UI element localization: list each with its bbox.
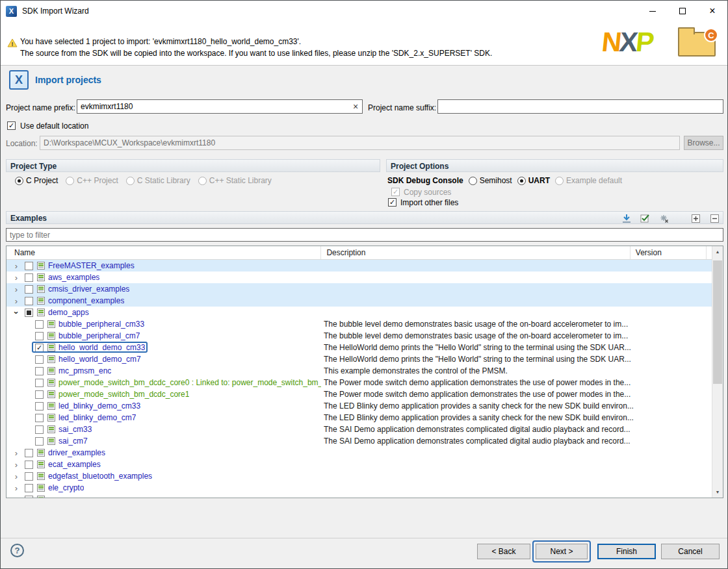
radio-disabled-icon bbox=[555, 177, 564, 185]
row-checkbox[interactable]: ✓ bbox=[35, 344, 44, 352]
row-checkbox[interactable] bbox=[25, 496, 33, 498]
row-checkbox[interactable] bbox=[35, 425, 44, 434]
maximize-button[interactable] bbox=[668, 1, 697, 21]
row-checkbox[interactable] bbox=[25, 309, 33, 317]
filter-input[interactable] bbox=[6, 228, 723, 242]
next-button[interactable]: Next > bbox=[536, 544, 588, 559]
minimize-button[interactable] bbox=[638, 1, 668, 21]
tree-row-FreeMASTER_examples[interactable]: ›FreeMASTER_examples bbox=[6, 260, 712, 272]
tree-row-led_blinky_demo_cm33[interactable]: led_blinky_demo_cm33The LED Blinky demo … bbox=[6, 400, 712, 412]
example-description: The LED Blinky demo application provides… bbox=[324, 413, 709, 422]
prefix-input[interactable] bbox=[77, 99, 363, 114]
row-checkbox[interactable] bbox=[25, 273, 33, 282]
deselect-all-icon[interactable] bbox=[658, 213, 670, 223]
column-header-description[interactable]: Description bbox=[321, 246, 630, 259]
location-label: Location: bbox=[6, 139, 38, 148]
chevron-right-icon[interactable]: › bbox=[12, 461, 21, 469]
example-name: driver_examples bbox=[48, 448, 105, 457]
examples-toolbar bbox=[621, 213, 720, 223]
row-checkbox[interactable] bbox=[35, 402, 44, 411]
row-checkbox[interactable] bbox=[35, 414, 44, 422]
chevron-right-icon[interactable]: › bbox=[12, 285, 21, 294]
example-stack-icon bbox=[47, 379, 55, 386]
example-stack-icon bbox=[37, 285, 45, 293]
tree-row-ele_crypto[interactable]: ›ele_crypto bbox=[6, 482, 712, 494]
tree-row-cmsis_driver_examples[interactable]: ›cmsis_driver_examples bbox=[6, 283, 712, 295]
row-checkbox[interactable] bbox=[35, 379, 44, 387]
row-checkbox[interactable] bbox=[25, 472, 33, 481]
radio-icon bbox=[469, 177, 477, 185]
expand-all-icon[interactable] bbox=[690, 213, 701, 223]
row-checkbox[interactable] bbox=[35, 390, 44, 399]
row-checkbox[interactable] bbox=[35, 367, 44, 375]
close-button[interactable]: × bbox=[697, 1, 727, 21]
chevron-right-icon[interactable]: › bbox=[12, 297, 21, 305]
row-checkbox[interactable] bbox=[25, 297, 33, 305]
radio-semihost[interactable]: Semihost bbox=[469, 176, 512, 185]
tree-row[interactable]: › bbox=[6, 494, 712, 498]
tree-row-aws_examples[interactable]: ›aws_examples bbox=[6, 272, 712, 283]
chevron-right-icon[interactable]: › bbox=[12, 262, 21, 270]
tree-row-bubble_peripheral_cm33[interactable]: bubble_peripheral_cm33The bubble level d… bbox=[6, 318, 712, 330]
use-default-location-checkbox[interactable] bbox=[7, 121, 16, 130]
column-header-version[interactable]: Version bbox=[630, 246, 707, 259]
row-checkbox[interactable] bbox=[35, 437, 44, 446]
scroll-down-icon[interactable]: ▼ bbox=[712, 487, 723, 498]
wizard-header: ! You have selected 1 project to import:… bbox=[1, 21, 727, 66]
row-checkbox[interactable] bbox=[25, 449, 33, 457]
row-checkbox[interactable] bbox=[25, 484, 33, 492]
tree-row-hello_world_demo_cm7[interactable]: hello_world_demo_cm7The HelloWorld demo … bbox=[6, 353, 712, 365]
use-default-location-label: Use default location bbox=[20, 121, 88, 131]
example-description: The HelloWorld demo prints the "Hello Wo… bbox=[324, 343, 709, 352]
nxp-letter-p: P bbox=[634, 27, 654, 57]
tree-row-driver_examples[interactable]: ›driver_examples bbox=[6, 447, 712, 459]
tree-row-mc_pmsm_enc[interactable]: mc_pmsm_encThis example demonstrates the… bbox=[6, 365, 712, 377]
clear-prefix-icon[interactable]: × bbox=[353, 101, 358, 112]
tree-row-power_mode_switch_bm_dcdc_core0[interactable]: power_mode_switch_bm_dcdc_core0 : Linked… bbox=[6, 377, 712, 388]
vertical-scrollbar[interactable]: ▲ ▼ bbox=[712, 246, 723, 498]
suffix-input[interactable] bbox=[437, 99, 723, 114]
back-button[interactable]: < Back bbox=[477, 544, 530, 559]
radio-c-project[interactable]: C Project bbox=[15, 176, 58, 185]
import-other-files-checkbox[interactable] bbox=[388, 198, 396, 207]
tree-row-bubble_peripheral_cm7[interactable]: bubble_peripheral_cm7The bubble level de… bbox=[6, 330, 712, 342]
row-checkbox[interactable] bbox=[35, 355, 44, 364]
location-input bbox=[40, 136, 680, 150]
column-header-name[interactable]: Name bbox=[6, 246, 321, 259]
radio-uart[interactable]: UART bbox=[517, 176, 550, 185]
scrollbar-thumb[interactable] bbox=[713, 260, 722, 384]
example-stack-icon bbox=[47, 390, 55, 398]
cancel-button[interactable]: Cancel bbox=[661, 544, 720, 559]
help-button[interactable]: ? bbox=[10, 544, 24, 557]
radio-label: Example default bbox=[566, 176, 622, 185]
row-checkbox[interactable] bbox=[35, 320, 44, 329]
tree-row-edgefast_bluetooth_examples[interactable]: ›edgefast_bluetooth_examples bbox=[6, 470, 712, 482]
examples-table: Name Description Version ›FreeMASTER_exa… bbox=[6, 246, 723, 498]
select-all-icon[interactable] bbox=[640, 213, 651, 223]
row-checkbox[interactable] bbox=[35, 332, 44, 340]
tree-row-led_blinky_demo_cm7[interactable]: led_blinky_demo_cm7The LED Blinky demo a… bbox=[6, 412, 712, 424]
tree-row-ecat_examples[interactable]: ›ecat_examples bbox=[6, 459, 712, 470]
tree-row-sai_cm33[interactable]: sai_cm33The SAI Demo application demonst… bbox=[6, 424, 712, 435]
tree-row-hello_world_demo_cm33[interactable]: ✓hello_world_demo_cm33The HelloWorld dem… bbox=[6, 342, 712, 353]
collapse-all-icon[interactable] bbox=[709, 213, 720, 223]
chevron-right-icon[interactable]: › bbox=[12, 273, 21, 282]
chevron-right-icon[interactable]: › bbox=[12, 472, 21, 481]
finish-button[interactable]: Finish bbox=[597, 544, 656, 559]
example-stack-icon bbox=[37, 496, 45, 498]
tree-row-sai_cm7[interactable]: sai_cm7The SAI Demo application demonstr… bbox=[6, 435, 712, 447]
chevron-right-icon[interactable]: › bbox=[12, 484, 21, 492]
row-checkbox[interactable] bbox=[25, 285, 33, 294]
scroll-up-icon[interactable]: ▲ bbox=[712, 246, 723, 257]
chevron-right-icon[interactable]: › bbox=[12, 496, 21, 498]
example-name: cmsis_driver_examples bbox=[48, 284, 129, 294]
row-checkbox[interactable] bbox=[25, 262, 33, 270]
download-sdk-icon[interactable] bbox=[621, 213, 632, 223]
tree-row-component_examples[interactable]: ›component_examples bbox=[6, 295, 712, 307]
chevron-down-icon[interactable]: › bbox=[12, 308, 21, 317]
tree-row-power_mode_switch_bm_dcdc_core1[interactable]: power_mode_switch_bm_dcdc_core1The Power… bbox=[6, 388, 712, 400]
row-checkbox[interactable] bbox=[25, 461, 33, 469]
example-name: hello_world_demo_cm33 bbox=[58, 343, 145, 352]
tree-row-demo_apps[interactable]: ›demo_apps bbox=[6, 307, 712, 318]
chevron-right-icon[interactable]: › bbox=[12, 449, 21, 457]
